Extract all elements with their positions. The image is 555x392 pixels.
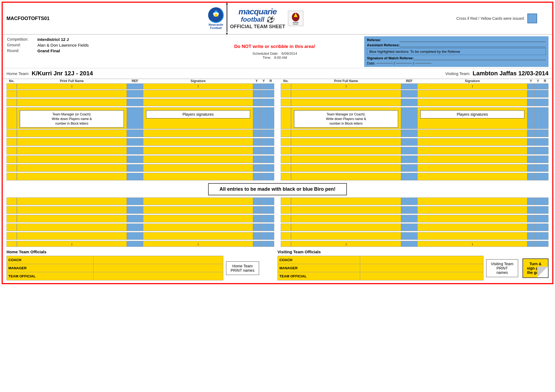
home-row-8 — [7, 173, 274, 180]
home-y1-arrow-up — [253, 83, 260, 89]
visiting-no-8 — [281, 173, 291, 180]
home-print-names-box: Home TeamPRINT names — [226, 261, 259, 275]
home-manager-name — [93, 264, 223, 272]
visiting-row-4 — [281, 138, 548, 146]
home-name-instr: Team Manager (or Coach):Write down Playe… — [17, 107, 127, 129]
visiting-official-teamofficial-row: TEAM OFFICIAL — [278, 272, 483, 280]
visiting-sig-arrow-down: ↓ — [417, 241, 527, 247]
visiting-y2-1 — [534, 90, 541, 98]
visiting-no-4 — [281, 138, 291, 146]
home-sig-3 — [143, 129, 253, 137]
visiting-y2-instr — [534, 107, 541, 129]
vertical-divider — [227, 5, 227, 32]
home-instr-row: Team Manager (or Coach):Write down Playe… — [7, 107, 274, 129]
logos-row: Newcastle Football macquarie football ⚽ … — [208, 5, 304, 32]
notice-row: All entries to be made with black or blu… — [7, 181, 548, 197]
home-sig-6 — [143, 155, 253, 163]
card-check-box[interactable] — [527, 14, 537, 23]
home-y1-1 — [253, 90, 260, 98]
visiting-no-6 — [281, 155, 291, 163]
visiting-sig-9 — [417, 197, 527, 205]
visiting-team-label: Visiting Team: — [445, 71, 470, 76]
home-name-9 — [17, 197, 127, 205]
visiting-y2-arrow-down — [534, 241, 541, 247]
round-value: Grand Final — [37, 48, 90, 53]
home-r-3 — [267, 129, 274, 137]
visiting-name-arrow-up: ↑ — [291, 83, 401, 89]
home-coach-role: COACH — [7, 256, 93, 264]
home-no-arrow-down — [7, 241, 17, 247]
home-row-3 — [7, 129, 274, 137]
home-no-9 — [7, 197, 17, 205]
home-sig-8 — [143, 173, 253, 180]
referee-label: Referee: — [367, 38, 399, 42]
home-no-7 — [7, 164, 17, 172]
visiting-y1-12 — [527, 223, 534, 231]
visiting-col-headers-inner: No. Print Full Name REF Signature Y Y R — [281, 79, 548, 83]
info-right: Referee: Assistant Referees: Blue highli… — [364, 36, 548, 67]
visiting-y2-arrow-up — [534, 83, 541, 89]
visiting-ref-arrow-down — [401, 241, 417, 247]
home-y1-6 — [253, 155, 260, 163]
main-tables-container: No. Print Full Name REF Signature Y Y R … — [3, 79, 552, 247]
visiting-arrow-down-row: ↓ ↓ — [281, 241, 548, 247]
home-y2-arrow-up — [260, 83, 267, 89]
visiting-teamofficial-role: TEAM OFFICIAL — [278, 272, 360, 280]
home-y1-3 — [253, 129, 260, 137]
visiting-ref-instr — [401, 107, 417, 129]
home-ref-8 — [127, 173, 143, 180]
home-y2-12 — [260, 223, 267, 231]
visiting-y1-9 — [527, 197, 534, 205]
visiting-name-5 — [291, 147, 401, 154]
home-sig-instr: Players signatures — [143, 107, 253, 129]
home-y1-11 — [253, 215, 260, 222]
home-ref-1 — [127, 90, 143, 98]
visiting-row-2 — [281, 99, 548, 106]
home-ref-5 — [127, 147, 143, 154]
visiting-row-7 — [281, 164, 548, 172]
header-center: Newcastle Football macquarie football ⚽ … — [55, 5, 456, 32]
visiting-r-3 — [541, 129, 548, 137]
home-y2-10 — [260, 206, 267, 214]
home-no-12 — [7, 223, 17, 231]
visiting-name-7 — [291, 164, 401, 172]
visiting-name-9 — [291, 197, 401, 205]
info-center: Do NOT write or scribble in this area! S… — [185, 36, 364, 67]
visiting-no-7 — [281, 164, 291, 172]
signature-row: Signature of Match Referee: — [367, 56, 546, 60]
home-no-3 — [7, 129, 17, 137]
visiting-row-3 — [281, 129, 548, 137]
team-names-row: Home Team: K/Kurri Jnr 12J - 2014 Visiti… — [3, 68, 552, 79]
home-sig-9 — [143, 197, 253, 205]
home-sig-2 — [143, 99, 253, 106]
home-ref-7 — [127, 164, 143, 172]
visiting-col-headers: No. Print Full Name REF Signature Y Y R — [281, 79, 548, 83]
visiting-r-instr — [541, 107, 548, 129]
visiting-y1-1 — [527, 90, 534, 98]
home-r-7 — [267, 164, 274, 172]
home-no-2 — [7, 99, 17, 106]
visiting-row-9 — [281, 197, 548, 205]
visiting-row-6 — [281, 155, 548, 163]
col-no-visiting: No. — [281, 79, 291, 83]
page-curl-icon — [537, 267, 548, 277]
home-manager-role: MANAGER — [7, 264, 93, 272]
home-y2-4 — [260, 138, 267, 146]
visiting-officials-table: COACH MANAGER TEAM OFFICIAL — [278, 256, 483, 280]
home-sig-instr-box: Players signatures — [146, 110, 250, 118]
home-no-instr — [7, 107, 17, 129]
visiting-y1-instr — [527, 107, 534, 129]
visiting-r-arrow-up — [541, 83, 548, 89]
visiting-y1-3 — [527, 129, 534, 137]
home-name-1 — [17, 90, 127, 98]
official-team-sheet-label: OFFICIAL TEAM SHEET — [230, 24, 285, 30]
home-y2-9 — [260, 197, 267, 205]
home-row-5 — [7, 147, 274, 154]
player-rows-area: ↑ ↑ — [7, 83, 548, 181]
visiting-name-12 — [291, 223, 401, 231]
col-name-visiting: Print Full Name — [291, 79, 401, 83]
col-ref-visiting: REF — [401, 79, 417, 83]
home-no-4 — [7, 138, 17, 146]
visiting-sig-1 — [417, 90, 527, 98]
visiting-y1-5 — [527, 147, 534, 154]
